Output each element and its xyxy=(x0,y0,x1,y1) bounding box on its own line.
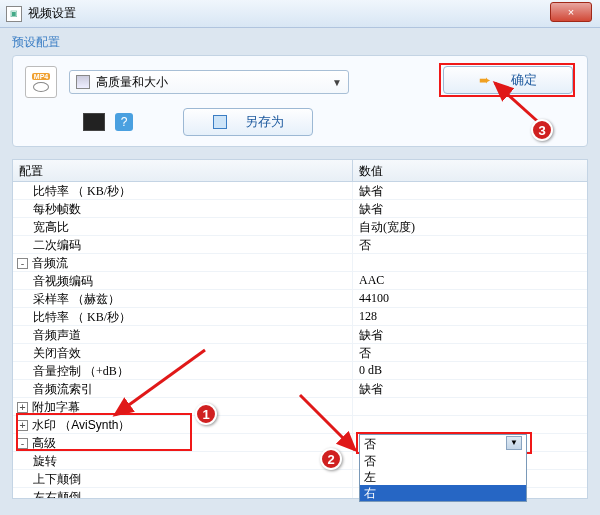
value-cell: AAC xyxy=(353,272,587,289)
table-row[interactable]: 音频声道缺省 xyxy=(13,326,587,344)
group-row[interactable]: +水印 （AviSynth） xyxy=(13,416,587,434)
value-cell: 缺省 xyxy=(353,182,587,199)
preset-panel: MP4 高质量和大小 ▼ ➨ 确定 ? 另存为 xyxy=(12,55,588,147)
group-cell: -高级 xyxy=(13,434,353,451)
config-cell: 音频流索引 xyxy=(13,380,353,397)
config-cell: 音视频编码 xyxy=(13,272,353,289)
config-cell: 音量控制 （+dB） xyxy=(13,362,353,379)
grid-header: 配置 数值 xyxy=(13,160,587,182)
value-cell: 缺省 xyxy=(353,200,587,217)
app-icon: ▣ xyxy=(6,6,22,22)
combo-option[interactable]: 右 xyxy=(360,485,526,501)
table-row[interactable]: 音频流索引缺省 xyxy=(13,380,587,398)
value-cell: 缺省 xyxy=(353,326,587,343)
callout-3: 3 xyxy=(531,119,553,141)
config-cell: 比特率 （ KB/秒） xyxy=(13,308,353,325)
combo-option[interactable]: 否 xyxy=(360,453,526,469)
value-cell: 否 xyxy=(353,236,587,253)
group-cell: +附加字幕 xyxy=(13,398,353,415)
callout-2: 2 xyxy=(320,448,342,470)
config-cell: 旋转 xyxy=(13,452,353,469)
table-row[interactable]: 二次编码否 xyxy=(13,236,587,254)
config-cell: 二次编码 xyxy=(13,236,353,253)
quality-dropdown[interactable]: 高质量和大小 ▼ xyxy=(69,70,349,94)
help-icon[interactable]: ? xyxy=(115,113,133,131)
table-row[interactable]: 宽高比自动(宽度) xyxy=(13,218,587,236)
quality-value: 高质量和大小 xyxy=(96,74,332,91)
window-title: 视频设置 xyxy=(28,5,600,22)
value-cell: 自动(宽度) xyxy=(353,218,587,235)
console-icon[interactable] xyxy=(83,113,105,131)
value-cell: 128 xyxy=(353,308,587,325)
combo-selected: 否 xyxy=(364,436,376,452)
group-cell: -音频流 xyxy=(13,254,353,271)
table-row[interactable]: 每秒帧数缺省 xyxy=(13,200,587,218)
value-cell: 0 dB xyxy=(353,362,587,379)
film-icon xyxy=(76,75,90,89)
config-cell: 上下颠倒 xyxy=(13,470,353,487)
toggle-icon[interactable]: - xyxy=(17,258,28,269)
table-row[interactable]: 采样率 （赫兹）44100 xyxy=(13,290,587,308)
save-as-button[interactable]: 另存为 xyxy=(183,108,313,136)
grid-header-value: 数值 xyxy=(353,160,587,181)
toggle-icon[interactable]: + xyxy=(17,402,28,413)
config-cell: 左右颠倒 xyxy=(13,488,353,499)
toggle-icon[interactable]: + xyxy=(17,420,28,431)
table-row[interactable]: 关闭音效否 xyxy=(13,344,587,362)
value-cell: 缺省 xyxy=(353,380,587,397)
value-cell: 44100 xyxy=(353,290,587,307)
callout-1: 1 xyxy=(195,403,217,425)
group-row[interactable]: +附加字幕 xyxy=(13,398,587,416)
config-cell: 音频声道 xyxy=(13,326,353,343)
save-as-label: 另存为 xyxy=(245,113,284,131)
group-cell: +水印 （AviSynth） xyxy=(13,416,353,433)
chevron-down-icon: ▼ xyxy=(332,77,342,88)
table-row[interactable]: 音量控制 （+dB）0 dB xyxy=(13,362,587,380)
ok-button[interactable]: ➨ 确定 xyxy=(443,66,573,94)
value-cell: 否 xyxy=(353,344,587,361)
disk-icon xyxy=(213,115,227,129)
config-cell: 关闭音效 xyxy=(13,344,353,361)
config-cell: 采样率 （赫兹） xyxy=(13,290,353,307)
config-cell: 每秒帧数 xyxy=(13,200,353,217)
arrow-right-icon: ➨ xyxy=(479,72,491,88)
ok-label: 确定 xyxy=(511,71,537,89)
table-row[interactable]: 比特率 （ KB/秒）128 xyxy=(13,308,587,326)
rotate-combo[interactable]: 否 ▼ 否 左 右 xyxy=(359,434,527,502)
config-cell: 比特率 （ KB/秒） xyxy=(13,182,353,199)
close-button[interactable]: × xyxy=(550,2,592,22)
grid-header-config: 配置 xyxy=(13,160,353,181)
chevron-down-icon[interactable]: ▼ xyxy=(506,436,522,450)
table-row[interactable]: 比特率 （ KB/秒）缺省 xyxy=(13,182,587,200)
format-icon: MP4 xyxy=(25,66,57,98)
table-row[interactable]: 音视频编码AAC xyxy=(13,272,587,290)
titlebar: ▣ 视频设置 × xyxy=(0,0,600,28)
preset-section-label: 预设配置 xyxy=(12,34,588,51)
toggle-icon[interactable]: - xyxy=(17,438,28,449)
config-cell: 宽高比 xyxy=(13,218,353,235)
group-row[interactable]: -音频流 xyxy=(13,254,587,272)
combo-option[interactable]: 左 xyxy=(360,469,526,485)
